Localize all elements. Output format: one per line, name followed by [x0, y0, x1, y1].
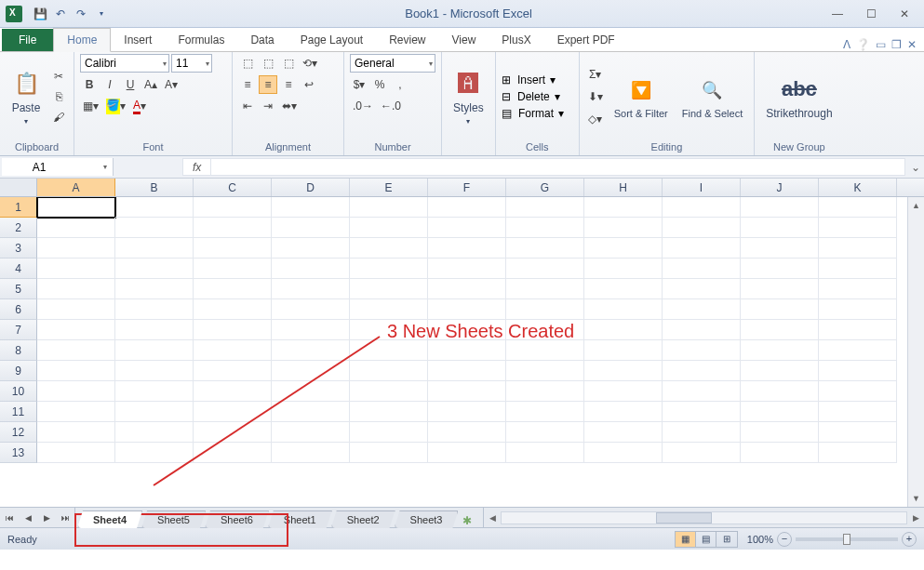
cell[interactable]: [428, 258, 506, 279]
cell[interactable]: [506, 422, 584, 443]
underline-button[interactable]: U: [121, 75, 140, 94]
row-header[interactable]: 1: [0, 197, 37, 218]
redo-icon[interactable]: ↷: [73, 6, 89, 22]
close-button[interactable]: ✕: [889, 4, 920, 24]
row-header[interactable]: 12: [0, 422, 37, 443]
file-tab[interactable]: File: [2, 29, 53, 51]
styles-button[interactable]: 🅰 Styles ▾: [448, 65, 489, 129]
cell[interactable]: [663, 422, 741, 443]
cell[interactable]: [115, 299, 194, 320]
paste-button[interactable]: 📋 Paste ▾: [6, 65, 47, 129]
bold-button[interactable]: B: [80, 75, 99, 94]
cell[interactable]: [428, 422, 506, 443]
fx-icon[interactable]: fx: [183, 159, 211, 175]
cell[interactable]: [115, 197, 194, 218]
cell[interactable]: [584, 340, 663, 361]
scroll-thumb[interactable]: [656, 512, 712, 524]
autosum-button[interactable]: Σ▾: [585, 65, 606, 84]
cell[interactable]: [272, 238, 350, 258]
cell[interactable]: [741, 258, 819, 279]
cell[interactable]: [663, 320, 741, 340]
cell[interactable]: [428, 279, 506, 299]
cell[interactable]: [584, 238, 663, 258]
cell[interactable]: [506, 381, 584, 402]
cell[interactable]: [584, 361, 663, 381]
align-left-button[interactable]: ≡: [238, 75, 257, 94]
column-header[interactable]: J: [741, 179, 819, 196]
cell[interactable]: [506, 218, 584, 238]
cell[interactable]: [819, 340, 897, 361]
cell[interactable]: [584, 402, 663, 422]
tab-formulas[interactable]: Formulas: [165, 29, 237, 51]
cell[interactable]: [819, 320, 897, 340]
cell[interactable]: [350, 279, 428, 299]
cell[interactable]: [350, 340, 428, 361]
zoom-in-button[interactable]: +: [902, 532, 917, 547]
insert-cells-button[interactable]: ⊞ Insert ▾: [502, 73, 565, 86]
row-header[interactable]: 9: [0, 361, 37, 381]
cell[interactable]: [741, 361, 819, 381]
row-header[interactable]: 10: [0, 381, 37, 402]
horizontal-scrollbar[interactable]: ◀ ▶: [483, 508, 924, 527]
cell[interactable]: [350, 402, 428, 422]
font-name-combo[interactable]: Calibri▾: [80, 54, 169, 73]
cell[interactable]: [663, 258, 741, 279]
expand-formula-bar-icon[interactable]: ⌄: [907, 156, 924, 178]
cell[interactable]: [194, 197, 272, 218]
cell[interactable]: [37, 238, 115, 258]
increase-decimal-button[interactable]: .0→: [350, 97, 376, 115]
row-header[interactable]: 8: [0, 340, 37, 361]
cell[interactable]: [115, 279, 194, 299]
cell[interactable]: [37, 197, 115, 218]
cell[interactable]: [272, 258, 350, 279]
formula-input[interactable]: [211, 161, 904, 174]
cell[interactable]: [115, 422, 194, 443]
cell[interactable]: [584, 443, 663, 463]
cell[interactable]: [194, 320, 272, 340]
cell[interactable]: [819, 361, 897, 381]
cell[interactable]: [37, 258, 115, 279]
tab-plusx[interactable]: PlusX: [489, 29, 543, 51]
sheet-tab[interactable]: Sheet4: [77, 510, 142, 528]
minimize-button[interactable]: —: [822, 4, 853, 24]
cell[interactable]: [272, 402, 350, 422]
format-painter-button[interactable]: 🖌: [49, 108, 68, 126]
zoom-out-button[interactable]: −: [777, 532, 792, 547]
cell[interactable]: [584, 197, 663, 218]
row-header[interactable]: 3: [0, 238, 37, 258]
cell[interactable]: [506, 361, 584, 381]
cell[interactable]: [194, 258, 272, 279]
cell[interactable]: [506, 299, 584, 320]
copy-button[interactable]: ⎘: [49, 87, 68, 106]
cell[interactable]: [272, 218, 350, 238]
save-icon[interactable]: 💾: [32, 6, 48, 22]
cell[interactable]: [115, 402, 194, 422]
sheet-last-button[interactable]: ⏭: [56, 508, 74, 527]
cell[interactable]: [663, 340, 741, 361]
column-header[interactable]: C: [194, 179, 272, 196]
cell[interactable]: [272, 443, 350, 463]
cell[interactable]: [819, 218, 897, 238]
align-right-button[interactable]: ≡: [279, 75, 298, 94]
cell[interactable]: [37, 361, 115, 381]
zoom-slider[interactable]: [796, 537, 898, 541]
cell[interactable]: [272, 361, 350, 381]
italic-button[interactable]: I: [100, 75, 119, 94]
cell[interactable]: [741, 340, 819, 361]
cell[interactable]: [741, 197, 819, 218]
decrease-font-button[interactable]: A▾: [162, 75, 181, 94]
cell[interactable]: [194, 381, 272, 402]
cell[interactable]: [350, 299, 428, 320]
cell[interactable]: [428, 381, 506, 402]
name-box-input[interactable]: [2, 161, 76, 174]
cell[interactable]: [194, 402, 272, 422]
cell[interactable]: [272, 299, 350, 320]
decrease-decimal-button[interactable]: ←.0: [378, 97, 404, 115]
cell[interactable]: [350, 381, 428, 402]
tab-data[interactable]: Data: [237, 29, 287, 51]
row-header[interactable]: 7: [0, 320, 37, 340]
cell[interactable]: [194, 279, 272, 299]
undo-icon[interactable]: ↶: [52, 6, 69, 22]
cell[interactable]: [663, 197, 741, 218]
sheet-next-button[interactable]: ▶: [37, 508, 56, 527]
